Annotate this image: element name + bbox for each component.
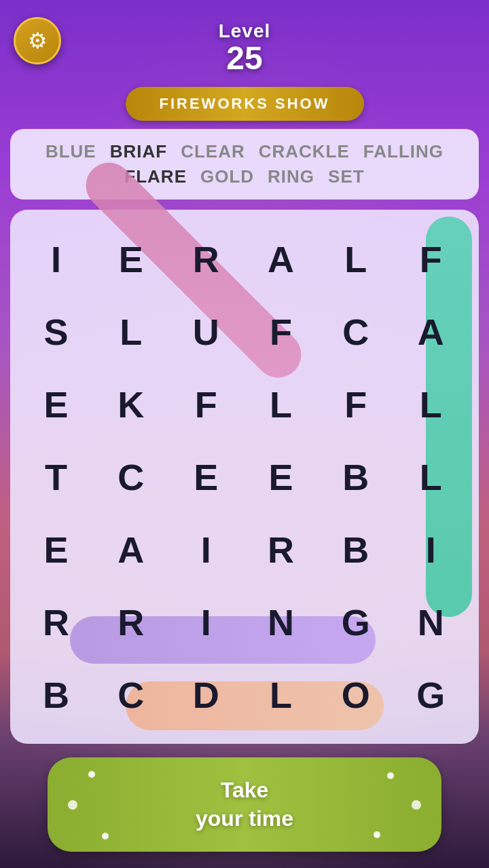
- grid-cell[interactable]: E: [20, 514, 92, 585]
- word-panel: BLUEBRIAFCLEARCRACKLEFALLINGFLAREGOLDRIN…: [10, 129, 479, 200]
- theme-text: FIREWORKS SHOW: [160, 95, 330, 112]
- grid-cell[interactable]: E: [20, 369, 92, 440]
- theme-banner: FIREWORKS SHOW: [126, 87, 364, 121]
- gear-icon: ⚙: [28, 28, 48, 54]
- grid-cell[interactable]: B: [20, 659, 92, 730]
- grid-cell[interactable]: B: [320, 441, 391, 512]
- grid-cell[interactable]: F: [320, 369, 391, 440]
- grid-cell[interactable]: A: [245, 223, 316, 295]
- grid-cell[interactable]: D: [170, 659, 242, 730]
- grid-cell[interactable]: L: [395, 441, 467, 512]
- grid-cell[interactable]: T: [20, 441, 92, 512]
- grid-cell[interactable]: R: [170, 223, 242, 295]
- word-item: RING: [268, 166, 314, 187]
- grid-cell[interactable]: L: [245, 369, 316, 440]
- main-content: ⚙ Level 25 FIREWORKS SHOW BLUEBRIAFCLEAR…: [0, 0, 489, 868]
- grid-cell[interactable]: E: [170, 441, 242, 512]
- grid-cell[interactable]: N: [245, 586, 316, 658]
- grid-cell[interactable]: E: [95, 223, 166, 295]
- hint-text: Take your time: [75, 776, 414, 833]
- grid-cell[interactable]: R: [20, 586, 92, 658]
- level-label: Level: [219, 20, 271, 42]
- grid-cell[interactable]: R: [245, 514, 316, 585]
- grid-cell[interactable]: F: [170, 369, 242, 440]
- level-number: 25: [219, 42, 271, 75]
- settings-button[interactable]: ⚙: [14, 17, 61, 64]
- level-display: Level 25: [219, 20, 271, 75]
- grid-cell[interactable]: C: [320, 296, 391, 367]
- grid-cell[interactable]: I: [170, 586, 242, 658]
- grid-cell[interactable]: L: [395, 369, 467, 440]
- grid-cell[interactable]: F: [395, 223, 467, 295]
- sparkle-1: [88, 771, 95, 778]
- sparkle-2: [102, 833, 109, 839]
- grid-cell[interactable]: L: [95, 296, 166, 367]
- grid-cell[interactable]: F: [245, 296, 316, 367]
- grid-cell[interactable]: B: [320, 514, 391, 585]
- sparkle-3: [387, 772, 394, 779]
- word-item: CRACKLE: [259, 141, 350, 162]
- grid-cell[interactable]: C: [95, 659, 166, 730]
- word-item: BLUE: [46, 141, 96, 162]
- sparkle-4: [374, 831, 380, 838]
- grid-cell[interactable]: A: [95, 514, 166, 585]
- word-item: SET: [328, 166, 365, 187]
- grid-cell[interactable]: E: [245, 441, 316, 512]
- grid-cell[interactable]: O: [320, 659, 391, 730]
- grid-cell[interactable]: I: [395, 514, 467, 585]
- grid-cell[interactable]: S: [20, 296, 92, 367]
- word-item: BRIAF: [110, 141, 167, 162]
- grid-cell[interactable]: I: [20, 223, 92, 295]
- grid-cell[interactable]: C: [95, 441, 166, 512]
- grid-cell[interactable]: U: [170, 296, 242, 367]
- grid-cell[interactable]: I: [170, 514, 242, 585]
- grid-cell[interactable]: R: [95, 586, 166, 658]
- grid-cell[interactable]: N: [395, 586, 467, 658]
- grid-cell[interactable]: A: [395, 296, 467, 367]
- grid-cell[interactable]: L: [320, 223, 391, 295]
- grid-cell[interactable]: G: [395, 659, 467, 730]
- word-item: FALLING: [363, 141, 443, 162]
- word-item: GOLD: [200, 166, 254, 187]
- header: ⚙ Level 25: [0, 0, 489, 81]
- grid-cell[interactable]: L: [245, 659, 316, 730]
- grid-cell[interactable]: K: [95, 369, 166, 440]
- hint-bar: Take your time: [48, 757, 441, 852]
- grid-cell[interactable]: G: [320, 586, 391, 658]
- word-item: CLEAR: [181, 141, 245, 162]
- grid-panel: IERALFSLUFCAEKFLFLTCEEBLEAIRBIRRINGNBCDL…: [10, 210, 479, 744]
